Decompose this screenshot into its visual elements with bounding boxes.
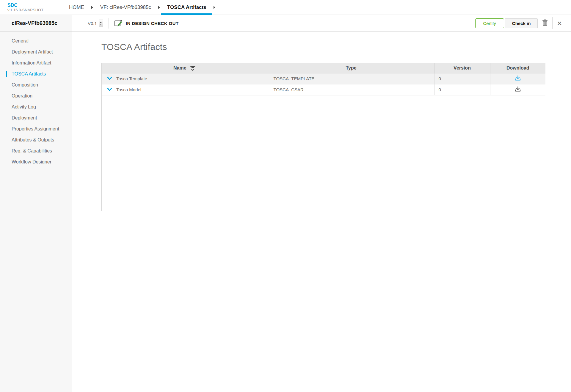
table-row[interactable]: Tosca Model TOSCA_CSAR 0 bbox=[102, 84, 545, 95]
download-button[interactable] bbox=[515, 86, 521, 93]
column-header-name[interactable]: Name bbox=[102, 63, 268, 73]
table-row[interactable]: Tosca Template TOSCA_TEMPLATE 0 bbox=[102, 73, 545, 84]
content-area: TOSCA Artifacts Name bbox=[72, 32, 571, 211]
artifact-type: TOSCA_CSAR bbox=[268, 84, 434, 95]
sidebar-item-information-artifact[interactable]: Information Artifact bbox=[0, 57, 72, 68]
toolbar-right: Certify Check in bbox=[475, 17, 566, 29]
app-body: ciRes-VFfb63985c General Deployment Arti… bbox=[0, 15, 571, 392]
expand-chevron-down-icon[interactable] bbox=[107, 77, 112, 81]
artifact-type: TOSCA_TEMPLATE bbox=[268, 73, 434, 84]
column-header-type[interactable]: Type bbox=[268, 63, 434, 73]
sidebar-item-deployment-artifact[interactable]: Deployment Artifact bbox=[0, 46, 72, 57]
download-icon bbox=[515, 75, 521, 82]
sidebar-item-workflow-designer[interactable]: Workflow Designer bbox=[0, 156, 72, 167]
artifact-name: Tosca Template bbox=[116, 76, 147, 81]
sidebar-item-general[interactable]: General bbox=[0, 35, 72, 46]
sidebar-item-composition[interactable]: Composition bbox=[0, 79, 72, 90]
sidebar-item-operation[interactable]: Operation bbox=[0, 90, 72, 101]
tab-tosca-artifacts[interactable]: TOSCA Artifacts bbox=[161, 0, 212, 15]
in-design-pencil-icon bbox=[114, 19, 122, 27]
artifact-name: Tosca Model bbox=[116, 87, 141, 92]
version-label: V0.1 bbox=[88, 21, 97, 26]
main-panel: V0.1 IN DESIGN CHECK OU bbox=[72, 15, 571, 392]
sidebar-item-attributes-outputs[interactable]: Attributes & Outputs bbox=[0, 134, 72, 145]
sidebar-item-deployment[interactable]: Deployment bbox=[0, 112, 72, 123]
sidebar-item-tosca-artifacts[interactable]: TOSCA Artifacts bbox=[0, 68, 72, 79]
app-window: SDC v.1.16.0-SNAPSHOT HOME VF: ciRes-VFf… bbox=[0, 0, 571, 392]
resource-name-title: ciRes-VFfb63985c bbox=[0, 15, 72, 32]
close-button[interactable]: ✕ bbox=[553, 20, 566, 26]
sidebar-item-properties-assignment[interactable]: Properties Assignment bbox=[0, 123, 72, 134]
tab-vf-cires[interactable]: VF: ciRes-VFfb63985c bbox=[94, 0, 157, 15]
logo-version: v.1.16.0-SNAPSHOT bbox=[7, 8, 57, 12]
version-selector[interactable] bbox=[99, 20, 103, 27]
column-header-download[interactable]: Download bbox=[490, 63, 545, 73]
delete-button[interactable] bbox=[538, 19, 552, 27]
logo-title: SDC bbox=[7, 3, 57, 8]
top-header: SDC v.1.16.0-SNAPSHOT HOME VF: ciRes-VFf… bbox=[0, 0, 571, 15]
sidebar-item-req-capabilities[interactable]: Req. & Capabilities bbox=[0, 145, 72, 156]
artifacts-table-container: Name Type bbox=[101, 63, 545, 211]
sidebar-item-activity-log[interactable]: Activity Log bbox=[0, 101, 72, 112]
download-icon bbox=[515, 86, 521, 93]
page-title: TOSCA Artifacts bbox=[101, 42, 571, 52]
certify-button[interactable]: Certify bbox=[475, 18, 504, 28]
artifact-version: 0 bbox=[434, 73, 490, 84]
sdc-logo[interactable]: SDC v.1.16.0-SNAPSHOT bbox=[0, 0, 57, 15]
artifact-version: 0 bbox=[434, 84, 490, 95]
breadcrumb-arrow-icon bbox=[91, 6, 93, 9]
column-header-version[interactable]: Version bbox=[434, 63, 490, 73]
sort-filter-icon[interactable] bbox=[189, 65, 196, 71]
toolbar-divider bbox=[109, 18, 109, 29]
toolbar-left: V0.1 IN DESIGN CHECK OU bbox=[88, 18, 178, 29]
breadcrumb-arrow-icon bbox=[158, 6, 160, 9]
sidebar: ciRes-VFfb63985c General Deployment Arti… bbox=[0, 15, 72, 392]
trash-icon bbox=[542, 19, 548, 27]
lifecycle-status-text: IN DESIGN CHECK OUT bbox=[126, 21, 179, 26]
check-in-button[interactable]: Check in bbox=[505, 18, 538, 28]
sidebar-menu: General Deployment Artifact Information … bbox=[0, 32, 72, 167]
spinner-up-icon[interactable] bbox=[100, 22, 102, 23]
close-icon: ✕ bbox=[557, 20, 562, 26]
artifacts-table: Name Type bbox=[102, 63, 545, 95]
tab-home[interactable]: HOME bbox=[63, 0, 90, 15]
table-header-row: Name Type bbox=[102, 63, 545, 73]
expand-chevron-down-icon[interactable] bbox=[107, 88, 112, 92]
breadcrumb: HOME VF: ciRes-VFfb63985c TOSCA Artifact… bbox=[63, 0, 217, 15]
toolbar: V0.1 IN DESIGN CHECK OU bbox=[72, 15, 571, 32]
breadcrumb-arrow-icon bbox=[214, 6, 215, 9]
spinner-down-icon[interactable] bbox=[100, 24, 102, 25]
download-button[interactable] bbox=[515, 75, 521, 82]
